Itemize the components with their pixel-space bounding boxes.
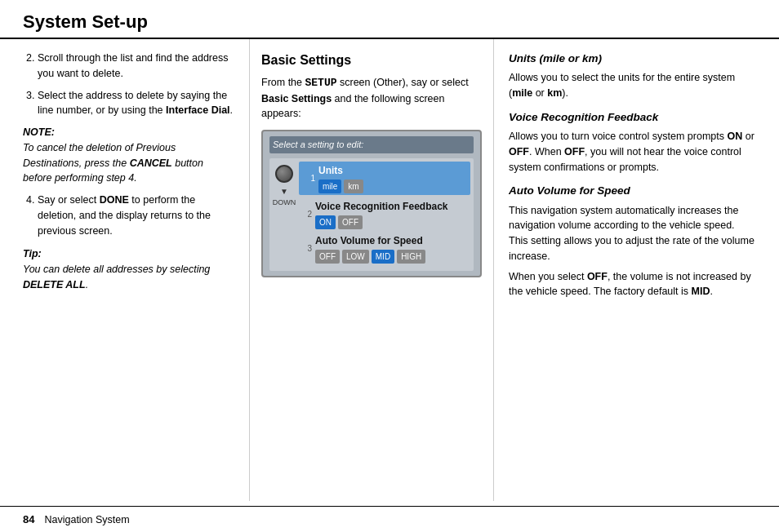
avs-mid-btn[interactable]: MID — [372, 250, 394, 264]
footer-page-number: 84 — [23, 513, 34, 525]
page-title: System Set-up — [23, 11, 148, 32]
right-column: Units (mile or km) Allows you to select … — [494, 39, 779, 501]
units-text: Allows you to select the units for the e… — [509, 70, 756, 101]
screen-rows: 1 Units mile km 2 — [299, 162, 470, 268]
content-area: Scroll through the list and find the add… — [0, 39, 779, 501]
vrf-on-btn[interactable]: ON — [315, 215, 336, 229]
units-mile-btn[interactable]: mile — [318, 180, 341, 193]
units-heading: Units (mile or km) — [509, 51, 756, 67]
avs-off-btn[interactable]: OFF — [315, 250, 340, 264]
avs-low-btn[interactable]: LOW — [342, 250, 369, 264]
units-options: mile km — [318, 180, 467, 193]
footer-nav-label: Navigation System — [44, 514, 129, 525]
setup-screen: Select a setting to edit: ▼ DOWN 1 — [261, 130, 482, 277]
screen-content-row: ▼ DOWN 1 Units mile km — [273, 162, 470, 268]
page-footer: 84 Navigation System — [0, 506, 779, 532]
screen-title: Select a setting to edit: — [269, 136, 474, 153]
basic-settings-intro: From the SETUP screen (Other), say or se… — [261, 75, 482, 122]
avs-text: This navigation system automatically inc… — [509, 203, 756, 264]
units-label: Units — [318, 163, 467, 178]
row-num-3: 3 — [299, 242, 315, 255]
down-label: DOWN — [273, 197, 296, 209]
interface-dial[interactable] — [275, 165, 293, 183]
page-header: System Set-up — [0, 0, 779, 39]
avs-text2: When you select OFF, the volume is not i… — [509, 269, 756, 300]
avs-high-btn[interactable]: HIGH — [397, 250, 425, 264]
vrf-off-btn[interactable]: OFF — [338, 215, 363, 229]
avs-options: OFF LOW MID HIGH — [315, 250, 470, 264]
row-num-1: 1 — [302, 172, 318, 184]
screen-body: ▼ DOWN 1 Units mile km — [269, 158, 474, 271]
row-num-2: 2 — [299, 208, 315, 220]
list-item-4: Say or select DONE to perform the deleti… — [38, 193, 234, 238]
screen-row-avs[interactable]: 3 Auto Volume for Speed OFF LOW MID HIGH — [299, 233, 470, 264]
list-item-3: Select the address to delete by saying t… — [38, 88, 234, 119]
avs-label: Auto Volume for Speed — [315, 233, 470, 248]
screen-row-vrf[interactable]: 2 Voice Recognition Feedback ON OFF — [299, 199, 470, 229]
mid-column: Basic Settings From the SETUP screen (Ot… — [249, 39, 494, 501]
vrf-text: Allows you to turn voice control system … — [509, 129, 756, 175]
list-item-2: Scroll through the list and find the add… — [38, 51, 234, 82]
left-column: Scroll through the list and find the add… — [0, 39, 249, 501]
knob-area: ▼ DOWN — [273, 162, 296, 209]
vrf-options: ON OFF — [315, 215, 470, 229]
screen-row-units[interactable]: 1 Units mile km — [299, 162, 470, 195]
avs-heading: Auto Volume for Speed — [509, 183, 756, 199]
units-km-btn[interactable]: km — [344, 180, 363, 193]
vrf-heading: Voice Recognition Feedback — [509, 109, 756, 126]
note-block: NOTE: To cancel the deletion of Previous… — [23, 125, 234, 186]
basic-settings-heading: Basic Settings — [261, 51, 482, 70]
vrf-label: Voice Recognition Feedback — [315, 199, 470, 214]
tip-block: Tip: You can delete all addresses by sel… — [23, 246, 234, 292]
down-arrow-icon: ▼ — [280, 185, 288, 197]
